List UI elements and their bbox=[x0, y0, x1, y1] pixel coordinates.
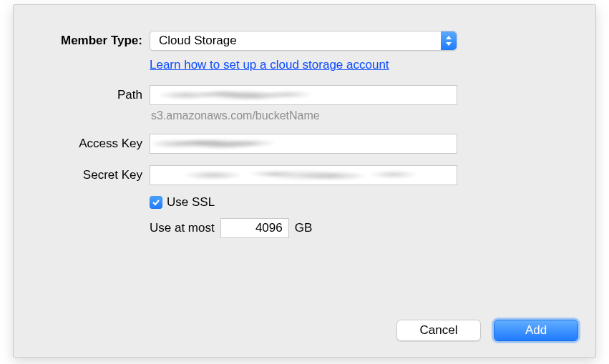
quota-prefix: Use at most bbox=[150, 221, 215, 235]
cancel-button[interactable]: Cancel bbox=[396, 320, 481, 341]
svg-marker-0 bbox=[446, 36, 452, 39]
dialog-footer: Cancel Add bbox=[396, 320, 578, 341]
quota-input[interactable] bbox=[220, 218, 289, 238]
check-icon bbox=[152, 198, 160, 207]
path-label: Path bbox=[14, 88, 150, 102]
help-link[interactable]: Learn how to set up a cloud storage acco… bbox=[150, 58, 389, 72]
dialog-sheet: Member Type: Cloud Storage Learn how to … bbox=[13, 4, 596, 358]
form: Member Type: Cloud Storage Learn how to … bbox=[14, 31, 595, 245]
quota-unit: GB bbox=[295, 221, 313, 235]
cancel-button-label: Cancel bbox=[420, 323, 458, 338]
path-hint: s3.amazonaws.com/bucketName bbox=[151, 109, 320, 122]
secret-key-label: Secret Key bbox=[14, 168, 150, 182]
use-ssl-checkbox[interactable] bbox=[150, 196, 162, 209]
access-key-input[interactable] bbox=[150, 134, 457, 154]
add-button[interactable]: Add bbox=[494, 320, 578, 341]
add-button-label: Add bbox=[525, 323, 547, 338]
member-type-select[interactable]: Cloud Storage bbox=[150, 31, 457, 51]
member-type-label: Member Type: bbox=[14, 34, 150, 48]
use-ssl-label: Use SSL bbox=[167, 195, 215, 210]
access-key-label: Access Key bbox=[14, 137, 150, 151]
svg-marker-1 bbox=[446, 42, 452, 46]
path-input[interactable] bbox=[150, 85, 457, 105]
secret-key-input[interactable] bbox=[150, 165, 457, 185]
member-type-value: Cloud Storage bbox=[159, 34, 237, 48]
updown-icon bbox=[441, 31, 457, 50]
